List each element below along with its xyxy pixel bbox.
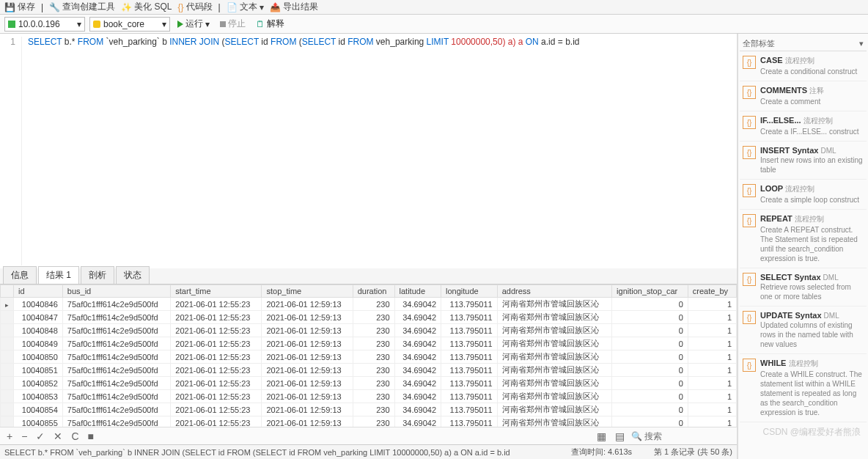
text-button[interactable]: 📄文本 ▾ <box>227 1 264 13</box>
result-grid[interactable]: idbus_idstart_timestop_timedurationlatit… <box>0 284 737 427</box>
save-button[interactable]: 💾保存 <box>4 1 35 13</box>
tool-icon: 🔧 <box>49 2 60 12</box>
snippet-icon: {} <box>743 184 756 197</box>
tab-status[interactable]: 状态 <box>116 266 150 284</box>
grid-view-button[interactable]: ▦ <box>595 430 608 442</box>
col-latitude[interactable]: latitude <box>394 285 441 298</box>
beautify-button[interactable]: ✨美化 SQL <box>121 1 172 13</box>
search-input[interactable] <box>644 431 732 441</box>
col-stop_time[interactable]: stop_time <box>262 285 353 298</box>
table-row[interactable]: 1004085175af0c1fff614c2e9d500fd2021-06-0… <box>1 364 737 377</box>
grid-toolbar: + − ✓ ✕ C ■ ▦ ▤ 🔍 <box>0 427 737 444</box>
col-ignition_stop_car[interactable]: ignition_stop_car <box>612 285 688 298</box>
sql-editor[interactable]: 1 SELECT b.* FROM `veh_parking` b INNER … <box>0 34 737 268</box>
form-view-button[interactable]: ▤ <box>613 430 627 442</box>
disk-icon: 💾 <box>4 2 15 12</box>
status-record: 第 1 条记录 (共 50 条) <box>654 447 732 458</box>
snippet-icon: {} <box>743 359 756 372</box>
tab-info[interactable]: 信息 <box>3 266 37 284</box>
text-icon: 📄 <box>227 2 238 12</box>
snippet-icon: {} <box>743 273 756 286</box>
col-longitude[interactable]: longitude <box>441 285 498 298</box>
query-builder-button[interactable]: 🔧查询创建工具 <box>49 1 115 13</box>
table-row[interactable]: 1004084675af0c1fff614c2e9d500fd2021-06-0… <box>1 298 737 311</box>
grid-search[interactable]: 🔍 <box>631 431 732 441</box>
wand-icon: ✨ <box>121 2 132 12</box>
run-button[interactable]: 运行 ▾ <box>174 18 213 30</box>
col-create_by[interactable]: create_by <box>688 285 736 298</box>
table-row[interactable]: 1004085275af0c1fff614c2e9d500fd2021-06-0… <box>1 377 737 390</box>
brackets-icon: {} <box>177 2 183 12</box>
explain-icon: 🗒 <box>256 19 265 29</box>
stop-icon <box>220 21 226 27</box>
add-row-button[interactable]: + <box>4 430 15 442</box>
table-row[interactable]: 1004084975af0c1fff614c2e9d500fd2021-06-0… <box>1 337 737 350</box>
col-address[interactable]: address <box>497 285 611 298</box>
db-icon <box>93 21 100 28</box>
col-id[interactable]: id <box>14 285 63 298</box>
table-row[interactable]: 1004084775af0c1fff614c2e9d500fd2021-06-0… <box>1 311 737 324</box>
snippet-item[interactable]: {}SELECT Syntax DMLRetrieve rows selecte… <box>740 268 867 306</box>
line-gutter: 1 <box>0 37 22 265</box>
db-select[interactable]: book_core▾ <box>89 17 170 32</box>
table-row[interactable]: 1004085075af0c1fff614c2e9d500fd2021-06-0… <box>1 350 737 364</box>
table-row[interactable]: 1004085375af0c1fff614c2e9d500fd2021-06-0… <box>1 390 737 403</box>
snippet-panel: 全部标签▾ {}CASE 流程控制Create a conditional co… <box>738 34 868 459</box>
cancel-button[interactable]: ✕ <box>51 430 65 442</box>
snippet-icon: {} <box>743 56 756 69</box>
host-select[interactable]: 10.0.0.196▾ <box>4 17 85 32</box>
delete-row-button[interactable]: − <box>19 430 29 442</box>
stop-button[interactable]: 停止 <box>217 18 249 30</box>
snippet-item[interactable]: {}IF...ELSE... 流程控制Create a IF...ELSE...… <box>740 111 867 142</box>
snippet-icon: {} <box>743 311 756 324</box>
snippet-item[interactable]: {}COMMENTS 注释Create a comment <box>740 81 867 111</box>
play-icon <box>177 21 183 28</box>
status-time: 查询时间: 4.613s <box>571 447 632 458</box>
snippet-icon: {} <box>743 146 756 159</box>
status-sql: SELECT b.* FROM `veh_parking` b INNER JO… <box>4 448 510 457</box>
snippet-item[interactable]: {}UPDATE Syntax DMLUpdated columns of ex… <box>740 306 867 354</box>
snippet-item[interactable]: {}CASE 流程控制Create a conditional construc… <box>740 51 867 81</box>
main-toolbar: 💾保存 | 🔧查询创建工具 ✨美化 SQL {}代码段 | 📄文本 ▾ 📤导出结… <box>0 0 868 15</box>
table-row[interactable]: 1004085475af0c1fff614c2e9d500fd2021-06-0… <box>1 403 737 416</box>
snippet-button[interactable]: {}代码段 <box>177 1 212 13</box>
snippet-category[interactable]: 全部标签▾ <box>740 37 867 51</box>
col-start_time[interactable]: start_time <box>171 285 262 298</box>
snippet-item[interactable]: {}INSERT Syntax DMLInsert new rows into … <box>740 142 867 180</box>
result-tabs: 信息 结果 1 剖析 状态 <box>0 268 737 284</box>
status-bar: SELECT b.* FROM `veh_parking` b INNER JO… <box>0 444 737 459</box>
connection-bar: 10.0.0.196▾ book_core▾ 运行 ▾ 停止 🗒解释 <box>0 15 868 34</box>
table-row[interactable]: 1004084875af0c1fff614c2e9d500fd2021-06-0… <box>1 324 737 337</box>
tab-result[interactable]: 结果 1 <box>38 266 79 284</box>
conn-status-icon <box>8 21 15 28</box>
snippet-icon: {} <box>743 86 756 99</box>
tab-profile[interactable]: 剖析 <box>81 266 114 284</box>
export-icon: 📤 <box>270 2 281 12</box>
snippet-item[interactable]: {}REPEAT 流程控制Create A REPEAT construct. … <box>740 210 867 268</box>
snippet-item[interactable]: {}LOOP 流程控制Create a simple loop construc… <box>740 180 867 210</box>
export-button[interactable]: 📤导出结果 <box>270 1 318 13</box>
sql-code[interactable]: SELECT b.* FROM `veh_parking` b INNER JO… <box>22 37 580 265</box>
search-icon: 🔍 <box>631 431 642 441</box>
col-duration[interactable]: duration <box>353 285 394 298</box>
snippet-icon: {} <box>743 116 756 129</box>
col-bus_id[interactable]: bus_id <box>62 285 171 298</box>
snippet-icon: {} <box>743 214 756 227</box>
snippet-item[interactable]: {}WHILE 流程控制Create a WHILE construct. Th… <box>740 354 867 422</box>
stop-grid-button[interactable]: ■ <box>86 430 96 442</box>
apply-button[interactable]: ✓ <box>34 430 47 442</box>
table-row[interactable]: 1004085575af0c1fff614c2e9d500fd2021-06-0… <box>1 416 737 427</box>
explain-button[interactable]: 🗒解释 <box>253 18 287 30</box>
refresh-button[interactable]: C <box>69 430 81 442</box>
